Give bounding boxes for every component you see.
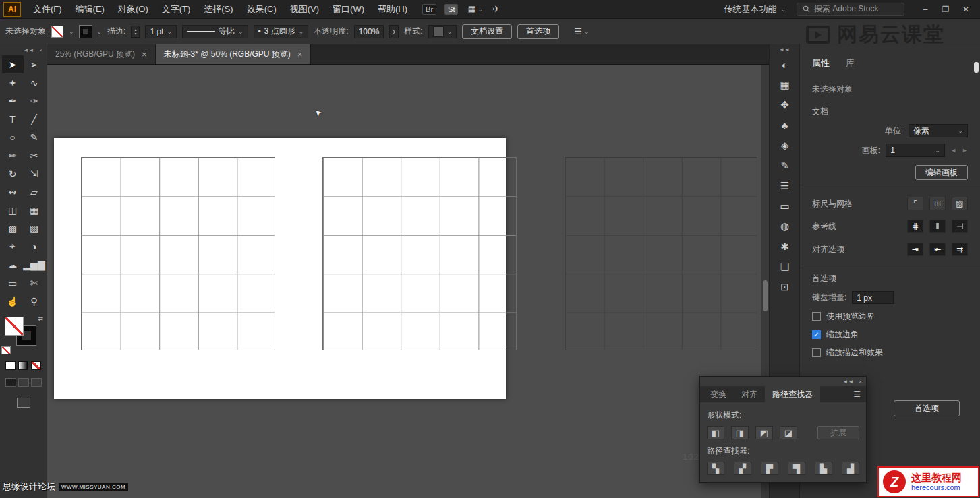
canvas[interactable]: ➤ 1027148166	[47, 65, 769, 498]
unite-icon[interactable]: ◧	[707, 426, 724, 439]
slice-tool[interactable]: ✄	[24, 274, 45, 292]
draw-behind-mode-button[interactable]	[18, 378, 29, 387]
intersect-icon[interactable]: ◩	[755, 426, 773, 439]
use-preview-bounds-row[interactable]: 使用预览边界	[812, 311, 968, 322]
menu-file[interactable]: 文件(F)	[26, 0, 69, 19]
direct-selection-tool[interactable]: ➢	[24, 55, 45, 73]
rotate-tool[interactable]: ↻	[2, 164, 24, 183]
none-button[interactable]	[31, 361, 41, 370]
artboard-select[interactable]: 1 ⌄	[886, 144, 945, 157]
column-graph-tool[interactable]: ▂▅▇	[24, 255, 45, 274]
close-icon[interactable]: ×	[142, 49, 147, 59]
spinner-down-icon[interactable]: ▾	[134, 32, 136, 36]
menu-view[interactable]: 视图(V)	[283, 0, 326, 19]
close-icon[interactable]: ×	[859, 379, 862, 385]
lock-guides-icon[interactable]: ‖	[929, 220, 946, 233]
collapse-icon[interactable]: ◄◄	[770, 44, 799, 55]
exclude-icon[interactable]: ◪	[780, 426, 797, 439]
color-button[interactable]	[5, 361, 16, 370]
stock-search-input[interactable]: 搜索 Adobe Stock	[797, 3, 904, 16]
draw-inside-mode-button[interactable]	[31, 378, 42, 387]
gradient-button[interactable]	[18, 361, 28, 370]
curvature-tool[interactable]: ✑	[24, 92, 45, 110]
width-profile-dropdown[interactable]: 等比 ⌄	[182, 25, 248, 38]
divide-icon[interactable]: ▚	[707, 462, 724, 475]
blend-tool[interactable]: ◑	[24, 237, 45, 255]
pathfinder-titlebar[interactable]: ◄◄ ×	[700, 377, 866, 386]
paintbrush-tool[interactable]: ✎	[24, 128, 45, 146]
pager-right-icon[interactable]: ►	[962, 147, 968, 154]
close-button[interactable]: ✕	[956, 0, 976, 19]
pen-tool[interactable]: ✒	[2, 92, 24, 110]
tab-pathfinder[interactable]: 路径查找器	[765, 386, 820, 402]
panel-menu-icon[interactable]: ☰	[853, 386, 866, 402]
artboard-tool[interactable]: ▭	[2, 274, 24, 292]
bridge-icon[interactable]: Br	[422, 4, 436, 15]
panel-icon-stroke[interactable]: ☰	[770, 176, 800, 196]
mesh-tool[interactable]: ▩	[2, 219, 24, 237]
panel-icon-navigator[interactable]: ◐	[770, 55, 800, 75]
smart-guides-icon[interactable]: ⊣	[952, 220, 968, 233]
eyedropper-tool[interactable]: ⌖	[2, 237, 24, 255]
symbol-sprayer-tool[interactable]: ☁	[2, 255, 24, 274]
menu-window[interactable]: 窗口(W)	[326, 0, 371, 19]
panel-icon-color-guide[interactable]: ✥	[770, 95, 800, 115]
grid-icon[interactable]: ⊞	[929, 197, 946, 210]
grid-object-3[interactable]	[565, 157, 757, 350]
fill-indicator[interactable]	[5, 317, 24, 336]
type-tool[interactable]: T	[2, 110, 24, 128]
share-icon[interactable]: ✈	[492, 4, 500, 14]
hand-tool[interactable]: ☝	[2, 292, 24, 310]
panel-icon-gradient[interactable]: ▭	[770, 196, 800, 216]
snap-to-grid-icon[interactable]: ⇥	[907, 243, 923, 256]
grid-object-1[interactable]	[81, 157, 275, 350]
document-tab-1[interactable]: 25% (RGB/GPU 预览) ×	[47, 44, 156, 64]
minus-front-icon[interactable]: ◨	[731, 426, 749, 439]
ellipse-tool[interactable]: ○	[2, 128, 24, 146]
stroke-color-swatch[interactable]	[80, 26, 92, 38]
stroke-weight-dropdown[interactable]: 1 pt ⌄	[145, 25, 177, 38]
stroke-weight-stepper[interactable]: ▴ ▾	[131, 26, 140, 38]
menu-object[interactable]: 对象(O)	[111, 0, 155, 19]
close-icon[interactable]: ×	[297, 49, 303, 59]
scrollbar-thumb[interactable]	[763, 280, 768, 311]
scale-strokes-effects-row[interactable]: 缩放描边和效果	[812, 347, 968, 359]
line-segment-tool[interactable]: ╱	[24, 110, 45, 128]
document-setup-button[interactable]: 文档设置	[462, 24, 512, 39]
panel-icon-brushes[interactable]: ✎	[770, 156, 800, 176]
menu-help[interactable]: 帮助(H)	[371, 0, 414, 19]
perspective-grid-tool[interactable]: ▦	[24, 201, 45, 219]
collapse-icon[interactable]: ◄◄	[23, 47, 34, 53]
tab-align[interactable]: 对齐	[734, 386, 765, 402]
draw-normal-mode-button[interactable]	[5, 378, 16, 387]
panel-icon-layers[interactable]: ❏	[770, 257, 800, 277]
use-preview-bounds-checkbox[interactable]	[812, 312, 821, 321]
pager-left-icon[interactable]: ◄	[950, 147, 956, 154]
trim-icon[interactable]: ▞	[734, 462, 751, 475]
free-transform-tool[interactable]: ▱	[24, 183, 45, 201]
panel-scrollbar-thumb[interactable]	[974, 62, 979, 73]
panel-icon-color[interactable]: ◍	[770, 216, 800, 237]
show-guides-icon[interactable]: ⋕	[907, 220, 923, 233]
opacity-dropdown[interactable]: 100%	[354, 25, 384, 38]
document-tab-2[interactable]: 未标题-3* @ 50% (RGB/GPU 预览) ×	[156, 44, 312, 64]
scale-strokes-effects-checkbox[interactable]	[812, 348, 821, 357]
crop-icon[interactable]: ▜	[788, 462, 805, 475]
arrange-documents-icon[interactable]: ▦ ⌄	[467, 4, 483, 14]
panel-icon-asset-export[interactable]: ⊡	[770, 277, 800, 297]
scale-corners-checkbox[interactable]: ✓	[812, 330, 821, 339]
shape-builder-tool[interactable]: ◫	[2, 201, 24, 219]
collapse-icon[interactable]: ◄◄	[842, 379, 853, 385]
style-dropdown[interactable]: ⌄	[428, 25, 457, 38]
more-options-icon[interactable]: ☰ ⌄	[574, 26, 589, 36]
brush-dropdown[interactable]: • 3 点圆形 ⌄	[254, 25, 309, 38]
panel-icon-links[interactable]: ▦	[770, 75, 800, 95]
snap-to-pixel-icon[interactable]: ⇤	[929, 243, 946, 256]
stock-icon[interactable]: St	[444, 4, 458, 15]
transparency-grid-icon[interactable]: ▨	[952, 197, 968, 210]
panel-icon-appearance[interactable]: ✱	[770, 237, 800, 257]
menu-edit[interactable]: 编辑(E)	[69, 0, 111, 19]
workspace-switcher[interactable]: 传统基本功能 ⌄	[724, 3, 786, 15]
edit-artboard-button[interactable]: 编辑画板	[915, 165, 968, 180]
tab-transform[interactable]: 变换	[703, 386, 734, 402]
